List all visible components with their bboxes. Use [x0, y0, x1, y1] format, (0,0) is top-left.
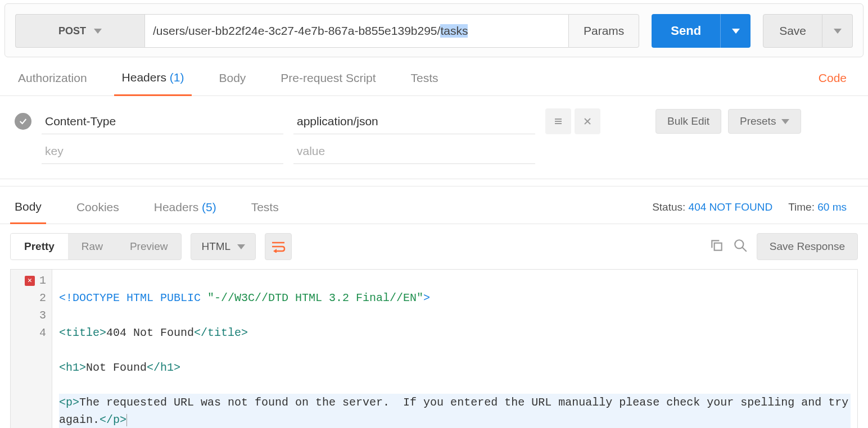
- code-token: "-//W3C//DTD HTML 3.2 Final//EN": [207, 292, 423, 304]
- save-button[interactable]: Save: [763, 14, 822, 48]
- wrap-toggle-button[interactable]: [265, 233, 292, 260]
- chevron-down-icon: [732, 29, 740, 34]
- presets-dropdown[interactable]: Presets: [728, 109, 801, 134]
- view-mode-tabs: Pretty Raw Preview: [10, 233, 182, 260]
- http-method-label: POST: [58, 25, 86, 37]
- search-icon[interactable]: [733, 238, 748, 256]
- wrap-icon: [271, 240, 286, 253]
- send-button[interactable]: Send: [652, 14, 720, 48]
- request-bar: POST /users/user-bb22f24e-3c27-4e7b-867a…: [15, 14, 853, 48]
- header-value-input[interactable]: [293, 109, 535, 134]
- delete-row-icon[interactable]: [575, 108, 600, 134]
- params-button[interactable]: Params: [568, 14, 639, 48]
- code-token: <p>: [59, 396, 79, 409]
- code-token: >: [423, 292, 430, 304]
- header-row-new: [15, 139, 853, 164]
- send-dropdown[interactable]: [720, 14, 751, 48]
- header-value-input-new[interactable]: [293, 139, 535, 164]
- error-marker-icon: ✕: [25, 276, 35, 286]
- code-token: </title>: [194, 326, 248, 339]
- code-line: <h1>Not Found</h1>: [59, 359, 851, 376]
- request-bar-container: POST /users/user-bb22f24e-3c27-4e7b-867a…: [4, 3, 864, 57]
- code-token: The requested URL was not found on the s…: [59, 396, 855, 426]
- code-token: <!DOCTYPE HTML PUBLIC: [59, 292, 207, 304]
- view-tab-pretty[interactable]: Pretty: [11, 234, 68, 259]
- status-field: Status: 404 NOT FOUND: [652, 201, 772, 213]
- code-token: </p>: [100, 413, 126, 426]
- tab-headers[interactable]: Headers (1): [114, 71, 192, 96]
- svg-marker-7: [273, 249, 277, 253]
- response-view-bar: Pretty Raw Preview HTML Save Response: [0, 224, 868, 269]
- resp-tab-cookies[interactable]: Cookies: [72, 201, 124, 223]
- code-token: <h1>: [59, 361, 86, 374]
- code-token: </h1>: [147, 361, 180, 374]
- code-link[interactable]: Code: [819, 71, 858, 95]
- status-value: 404 NOT FOUND: [689, 201, 773, 213]
- tab-prerequest[interactable]: Pre-request Script: [273, 71, 383, 95]
- headers-count-badge: (1): [170, 71, 184, 84]
- text-cursor: [126, 414, 127, 426]
- response-meta: Status: 404 NOT FOUND Time: 60 ms: [652, 201, 858, 222]
- code-line: <title>404 Not Found</title>: [59, 324, 851, 342]
- url-text: /users/user-bb22f24e-3c27-4e7b-867a-b855…: [153, 24, 440, 38]
- save-dropdown[interactable]: [822, 14, 853, 48]
- url-input[interactable]: /users/user-bb22f24e-3c27-4e7b-867a-b855…: [144, 14, 568, 48]
- resp-tab-headers[interactable]: Headers (5): [150, 201, 221, 223]
- time-label: Time:: [788, 201, 815, 213]
- code-body[interactable]: <!DOCTYPE HTML PUBLIC "-//W3C//DTD HTML …: [52, 270, 857, 428]
- header-row: Bulk Edit Presets: [15, 108, 853, 134]
- resp-tab-tests[interactable]: Tests: [247, 201, 283, 223]
- svg-rect-8: [715, 243, 722, 250]
- line-number: 2: [39, 289, 46, 307]
- http-method-dropdown[interactable]: POST: [15, 14, 144, 48]
- view-tab-raw[interactable]: Raw: [68, 234, 116, 259]
- code-line: <!DOCTYPE HTML PUBLIC "-//W3C//DTD HTML …: [59, 289, 851, 307]
- response-body-viewer[interactable]: ✕1 2 3 4 <!DOCTYPE HTML PUBLIC "-//W3C//…: [10, 269, 858, 428]
- chevron-down-icon: [834, 29, 842, 34]
- header-key-input[interactable]: [42, 109, 283, 134]
- line-number: 1: [39, 272, 46, 289]
- line-number: 4: [39, 324, 46, 342]
- copy-icon[interactable]: [709, 238, 724, 256]
- headers-editor: Bulk Edit Presets: [0, 96, 868, 179]
- chevron-down-icon: [94, 29, 102, 34]
- header-key-input-new[interactable]: [42, 139, 283, 164]
- tab-headers-label: Headers: [122, 71, 166, 84]
- resp-headers-label: Headers: [154, 201, 198, 213]
- request-tabs: Authorization Headers (1) Body Pre-reque…: [0, 57, 868, 96]
- line-gutter: ✕1 2 3 4: [11, 270, 52, 428]
- format-dropdown[interactable]: HTML: [191, 233, 256, 260]
- save-button-group: Save: [763, 14, 853, 48]
- status-label: Status:: [652, 201, 685, 213]
- response-panel: Body Cookies Headers (5) Tests Status: 4…: [0, 186, 868, 428]
- save-response-button[interactable]: Save Response: [757, 233, 858, 260]
- tab-body[interactable]: Body: [211, 71, 254, 95]
- svg-point-9: [735, 240, 743, 248]
- code-line: <p>The requested URL was not found on th…: [59, 394, 851, 428]
- send-button-group: Send: [652, 14, 751, 48]
- line-number: 3: [39, 307, 46, 324]
- header-row-actions: [545, 108, 600, 134]
- resp-tab-body[interactable]: Body: [10, 200, 46, 224]
- svg-line-10: [742, 247, 747, 252]
- header-action-buttons: Bulk Edit Presets: [655, 109, 801, 134]
- response-tabs: Body Cookies Headers (5) Tests Status: 4…: [0, 186, 868, 224]
- presets-label: Presets: [740, 115, 776, 128]
- tab-authorization[interactable]: Authorization: [10, 71, 95, 95]
- tab-tests[interactable]: Tests: [403, 71, 446, 95]
- view-tab-preview[interactable]: Preview: [116, 234, 182, 259]
- reorder-handle-icon[interactable]: [545, 108, 571, 134]
- resp-headers-count: (5): [202, 201, 216, 213]
- format-label: HTML: [201, 240, 230, 253]
- chevron-down-icon: [781, 119, 789, 124]
- url-text-highlight: tasks: [440, 24, 468, 38]
- code-token: Not Found: [86, 361, 147, 374]
- time-value: 60 ms: [817, 201, 847, 213]
- row-enabled-check-icon[interactable]: [15, 113, 31, 130]
- chevron-down-icon: [237, 244, 245, 249]
- code-token: 404 Not Found: [106, 326, 194, 339]
- bulk-edit-button[interactable]: Bulk Edit: [655, 109, 721, 134]
- code-token: <title>: [59, 326, 106, 339]
- time-field: Time: 60 ms: [788, 201, 847, 213]
